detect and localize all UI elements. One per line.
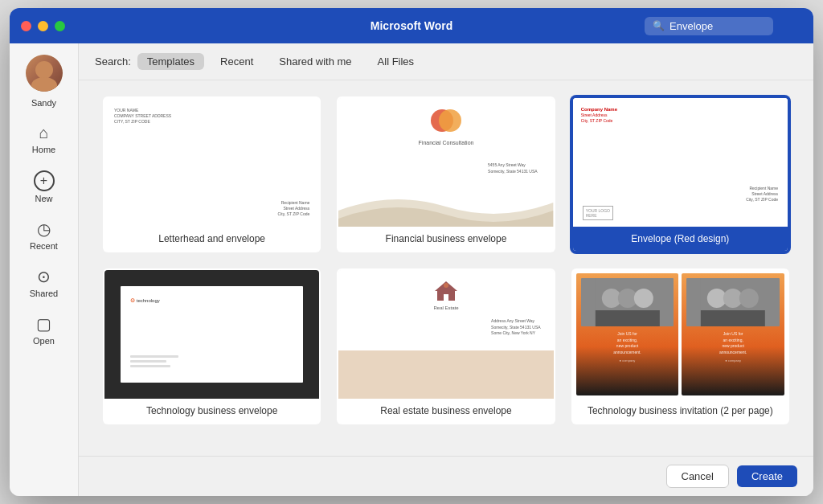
search-icon: 🔍	[653, 20, 665, 31]
svg-point-6	[633, 289, 653, 308]
close-button[interactable]	[21, 21, 31, 31]
sidebar-item-open[interactable]: ▢ Open	[16, 308, 72, 352]
inv-panel-right: Join US foran exciting,new productannoun…	[682, 273, 784, 395]
minimize-button[interactable]	[38, 21, 48, 31]
search-label: Search:	[95, 55, 131, 68]
sidebar-item-new[interactable]: + New	[16, 164, 72, 210]
shared-icon: ⊙	[37, 267, 51, 286]
home-icon: ⌂	[39, 124, 48, 142]
svg-rect-7	[595, 310, 659, 326]
rp-from-text: Company Name Street Address City, ST ZIP…	[581, 106, 780, 124]
template-card-technology[interactable]: ⊙ technology	[103, 268, 321, 424]
bottom-bar: Cancel Create	[79, 456, 813, 496]
fp-logo	[430, 108, 462, 137]
inv-text-left: Join US foran exciting,new productannoun…	[613, 331, 641, 355]
inv-img-right	[686, 278, 780, 326]
tab-templates[interactable]: Templates	[137, 53, 204, 70]
sidebar-label-open: Open	[33, 336, 55, 346]
window-title: Microsoft Word	[371, 19, 452, 32]
tp-address-lines	[130, 355, 178, 370]
sidebar-label-home: Home	[32, 145, 55, 154]
app-window: Microsoft Word 🔍 Envelope Sandy ⌂ Home +…	[10, 8, 813, 496]
sidebar: Sandy ⌂ Home + New ◷ Recent ⊙ Shared ▢ O…	[10, 43, 79, 496]
template-card-real-estate[interactable]: Real Estate Address Any Street Way Somec…	[337, 268, 555, 424]
fp-title-text: Financial Consultation	[419, 140, 474, 145]
template-card-letterhead[interactable]: YOUR NAME COMPANY STREET ADDRESS CITY, S…	[103, 96, 321, 252]
sidebar-item-shared[interactable]: ⊙ Shared	[16, 260, 72, 305]
template-title-red: Envelope (Red design)	[573, 227, 788, 251]
avatar	[26, 55, 63, 92]
tab-recent[interactable]: Recent	[211, 53, 263, 70]
recent-icon: ◷	[37, 219, 51, 239]
inv-panel-left: Join US foran exciting,new productannoun…	[576, 273, 679, 395]
re-background	[338, 350, 553, 399]
template-card-red-design[interactable]: Company Name Street Address City, ST ZIP…	[571, 96, 789, 252]
fp-wave	[338, 186, 553, 227]
template-title-financial: Financial business envelope	[338, 227, 553, 251]
inv-img-left	[581, 278, 674, 326]
template-title-letterhead: Letterhead and envelope	[104, 227, 319, 251]
template-card-invitation[interactable]: Join US foran exciting,new productannoun…	[571, 268, 789, 424]
window-body: Sandy ⌂ Home + New ◷ Recent ⊙ Shared ▢ O…	[10, 43, 813, 496]
window-controls	[21, 21, 65, 31]
re-logo: Real Estate	[432, 280, 461, 310]
svg-rect-12	[701, 310, 765, 326]
user-name: Sandy	[31, 98, 56, 108]
template-preview-financial: Financial Consultation 5455 Any Street W…	[338, 98, 553, 227]
svg-point-11	[739, 289, 759, 308]
sidebar-label-recent: Recent	[30, 241, 58, 251]
new-icon: +	[34, 170, 55, 191]
template-grid: YOUR NAME COMPANY STREET ADDRESS CITY, S…	[103, 96, 789, 424]
search-value: Envelope	[669, 20, 713, 32]
sidebar-label-new: New	[35, 194, 52, 203]
rp-to-text: Recipient Name Street Address City, ST Z…	[746, 186, 778, 203]
tp-envelope: ⊙ technology	[121, 286, 303, 383]
svg-point-1	[439, 109, 461, 132]
ep-from-text: YOUR NAME COMPANY STREET ADDRESS CITY, S…	[114, 108, 309, 125]
inv-text-right: Join US foran exciting,new productannoun…	[719, 331, 747, 355]
titlebar: Microsoft Word 🔍 Envelope	[10, 8, 813, 43]
sidebar-item-home[interactable]: ⌂ Home	[16, 117, 72, 161]
sidebar-label-shared: Shared	[30, 289, 58, 298]
cancel-button[interactable]: Cancel	[666, 465, 729, 488]
maximize-button[interactable]	[55, 21, 65, 31]
template-preview-realestate: Real Estate Address Any Street Way Somec…	[338, 270, 553, 399]
template-preview-invitation: Join US foran exciting,new productannoun…	[573, 270, 788, 399]
re-addr-text: Address Any Street Way Somecity, State 5…	[491, 318, 541, 337]
template-title-invitation: Technology business invitation (2 per pa…	[573, 399, 788, 423]
svg-point-2	[444, 283, 448, 288]
avatar-image	[26, 55, 63, 92]
open-icon: ▢	[36, 314, 51, 334]
template-card-financial[interactable]: Financial Consultation 5455 Any Street W…	[337, 96, 555, 252]
tab-all-files[interactable]: All Files	[368, 53, 424, 70]
template-title-realestate: Real estate business envelope	[338, 399, 553, 423]
search-bar[interactable]: 🔍 Envelope	[645, 17, 773, 35]
tab-shared[interactable]: Shared with me	[269, 53, 361, 70]
sidebar-item-recent[interactable]: ◷ Recent	[16, 213, 72, 257]
tp-logo-text: ⊙ technology	[130, 297, 160, 304]
template-preview-tech: ⊙ technology	[104, 270, 319, 399]
template-preview-red: Company Name Street Address City, ST ZIP…	[573, 98, 788, 227]
rp-logo-text: YOUR LOGOHERE	[583, 206, 613, 220]
template-preview-letterhead: YOUR NAME COMPANY STREET ADDRESS CITY, S…	[104, 98, 319, 227]
template-grid-area: YOUR NAME COMPANY STREET ADDRESS CITY, S…	[79, 80, 813, 456]
main-content: Search: Templates Recent Shared with me …	[79, 43, 813, 496]
create-button[interactable]: Create	[737, 465, 797, 487]
fp-addr-text: 5455 Any Street Way Somecity, State 5413…	[488, 162, 538, 174]
filter-bar: Search: Templates Recent Shared with me …	[79, 43, 813, 80]
ep-to-text: Recipient Name Street Address City, ST Z…	[278, 200, 310, 217]
template-title-technology: Technology business envelope	[104, 399, 319, 423]
